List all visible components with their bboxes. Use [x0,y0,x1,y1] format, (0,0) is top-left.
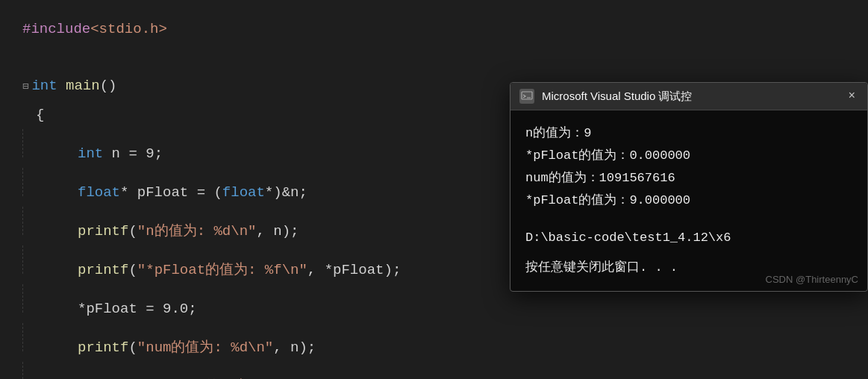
terminal-path-line1: D:\basic-code\test1_4.12\x6 [525,227,852,249]
terminal-output-line-1: n的值为：9 [525,122,852,145]
terminal-output-line-3: num的值为：1091567616 [525,167,852,190]
code-line-blank [22,43,853,72]
code-line-1: #include<stdio.h> [22,15,853,43]
terminal-title-text: Microsoft Visual Studio 调试控 [542,90,692,104]
code-line-10: printf("num的值为: %d\n", n); [22,323,853,362]
terminal-output-line-2: *pFloat的值为：0.000000 [525,145,852,167]
terminal-popup: Microsoft Visual Studio 调试控 × n的值为：9 *pF… [510,82,868,292]
header-file: <stdio.h> [90,15,167,43]
terminal-close-button[interactable]: × [845,90,858,103]
code-line-11: printf("*pFloat的值为: %f\n", *pFloat); [22,362,853,379]
terminal-output-line-4: *pFloat的值为：9.000000 [525,190,852,212]
terminal-title-left: Microsoft Visual Studio 调试控 [519,89,692,104]
terminal-titlebar: Microsoft Visual Studio 调试控 × [511,83,867,110]
kw-int: int [31,72,57,100]
watermark: CSDN @ThirteennyC [766,274,858,285]
fn-main: main [66,72,100,100]
collapse-button[interactable]: ⊟ [22,72,28,101]
terminal-icon [519,89,534,104]
terminal-body: n的值为：9 *pFloat的值为：0.000000 num的值为：109156… [511,110,867,291]
keyword-include: #include [22,15,90,43]
